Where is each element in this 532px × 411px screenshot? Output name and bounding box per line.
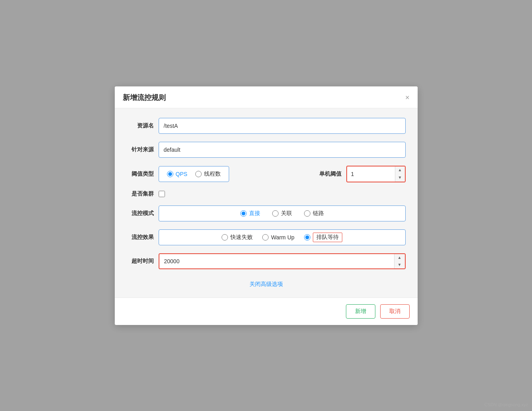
single-threshold-container: 单机阈值 ▲ ▼ <box>229 166 405 182</box>
watermark: CSDN @qingsong.xyz <box>484 402 528 407</box>
qps-radio[interactable] <box>167 171 173 177</box>
single-threshold-wrap: ▲ ▼ <box>346 166 406 182</box>
timeout-label: 超时时间 <box>127 258 159 265</box>
qps-label: QPS <box>176 171 188 177</box>
flow-effect-row: 流控效果 快速失败 Warm Up 排队等待 <box>127 229 406 245</box>
thread-radio[interactable] <box>195 171 202 177</box>
flow-mode-row: 流控模式 直接 关联 链路 <box>127 206 406 221</box>
relate-label: 关联 <box>281 210 292 217</box>
flow-mode-label: 流控模式 <box>127 210 159 217</box>
threshold-type-group: QPS 线程数 <box>159 166 230 182</box>
timeout-spinner: ▲ ▼ <box>394 254 405 268</box>
direct-option[interactable]: 直接 <box>240 210 260 217</box>
dialog-header: 新增流控规则 × <box>115 86 418 108</box>
queue-radio[interactable] <box>304 234 310 241</box>
resource-name-input[interactable] <box>159 118 406 134</box>
single-threshold-label: 单机阈值 <box>319 170 342 178</box>
thread-label: 线程数 <box>204 170 221 178</box>
resource-name-label: 资源名 <box>127 122 159 129</box>
add-button[interactable]: 新增 <box>346 304 375 319</box>
cluster-checkbox[interactable] <box>159 191 165 197</box>
dialog-title: 新增流控规则 <box>123 93 166 102</box>
timeout-down-btn[interactable]: ▼ <box>395 261 405 268</box>
fast-fail-option[interactable]: 快速失败 <box>222 234 253 241</box>
queue-option[interactable]: 排队等待 <box>304 233 342 242</box>
timeout-wrap: ▲ ▼ <box>159 253 406 269</box>
single-threshold-input[interactable] <box>347 166 395 182</box>
timeout-up-btn[interactable]: ▲ <box>395 254 405 261</box>
threshold-type-row: 阈值类型 QPS 线程数 单机阈值 <box>127 166 406 182</box>
dialog-overlay: 新增流控规则 × 资源名 针对来源 阈值类型 QPS <box>0 0 532 411</box>
relate-option[interactable]: 关联 <box>272 210 292 217</box>
warmup-option[interactable]: Warm Up <box>262 234 294 241</box>
chain-option[interactable]: 链路 <box>304 210 324 217</box>
relate-radio[interactable] <box>272 210 279 217</box>
chain-label: 链路 <box>313 210 324 217</box>
threshold-down-btn[interactable]: ▼ <box>395 174 405 182</box>
fast-fail-label: 快速失败 <box>230 234 253 241</box>
resource-name-row: 资源名 <box>127 118 406 134</box>
threshold-type-label: 阈值类型 <box>127 170 159 178</box>
warmup-radio[interactable] <box>262 234 269 241</box>
close-button[interactable]: × <box>405 94 410 101</box>
thread-option[interactable]: 线程数 <box>195 170 221 178</box>
chain-radio[interactable] <box>304 210 310 217</box>
direct-label: 直接 <box>249 210 260 217</box>
flow-mode-group: 直接 关联 链路 <box>159 206 406 221</box>
dialog: 新增流控规则 × 资源名 针对来源 阈值类型 QPS <box>115 86 418 325</box>
qps-option[interactable]: QPS <box>167 171 188 177</box>
timeout-input[interactable] <box>159 254 394 268</box>
cluster-label: 是否集群 <box>127 190 159 198</box>
close-advanced-container: 关闭高级选项 <box>127 277 406 290</box>
cancel-button[interactable]: 取消 <box>380 304 410 319</box>
cluster-row: 是否集群 <box>127 190 406 198</box>
flow-effect-label: 流控效果 <box>127 234 159 241</box>
cluster-checkbox-wrap <box>159 191 165 197</box>
timeout-row: 超时时间 ▲ ▼ <box>127 253 406 269</box>
dialog-footer: 新增 取消 <box>115 297 418 325</box>
threshold-up-btn[interactable]: ▲ <box>395 166 405 174</box>
close-advanced-button[interactable]: 关闭高级选项 <box>249 281 283 288</box>
flow-effect-group: 快速失败 Warm Up 排队等待 <box>159 229 406 245</box>
threshold-spinner: ▲ ▼ <box>395 166 405 182</box>
source-input[interactable] <box>159 142 406 158</box>
source-row: 针对来源 <box>127 142 406 158</box>
fast-fail-radio[interactable] <box>222 234 228 241</box>
queue-label: 排队等待 <box>313 233 342 242</box>
warmup-label: Warm Up <box>271 234 294 241</box>
direct-radio[interactable] <box>240 210 247 217</box>
dialog-body: 资源名 针对来源 阈值类型 QPS 线程数 <box>115 108 418 297</box>
source-label: 针对来源 <box>127 146 159 153</box>
